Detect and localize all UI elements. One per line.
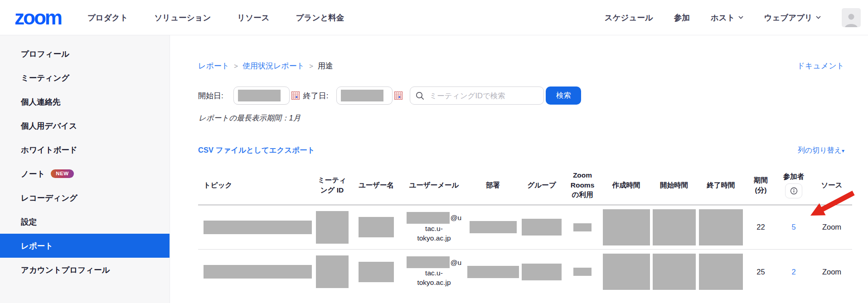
sidebar-item-profile[interactable]: プロフィール: [0, 42, 170, 66]
cell-user-email: @u tac.u- tokyo.ac.jp: [401, 212, 467, 243]
participants-count-link[interactable]: 5: [791, 223, 795, 231]
calendar-icon[interactable]: [291, 91, 300, 100]
usage-report-table: トピック ミーティング ID ユーザー名 ユーザーメール 部署 グループ Zoo…: [198, 165, 852, 294]
col-header-topic: トピック: [198, 180, 313, 190]
cell-end-time: [696, 209, 746, 245]
sidebar-item-contacts[interactable]: 個人連絡先: [0, 90, 170, 114]
cell-user-name: [351, 262, 401, 282]
col-header-participants: 参加者: [776, 172, 811, 199]
breadcrumb-separator: >: [309, 62, 313, 70]
chevron-down-icon: [738, 16, 743, 19]
start-date-input[interactable]: [233, 87, 290, 105]
cell-user-name: [351, 217, 401, 237]
sidebar-item-reports[interactable]: レポート: [0, 234, 170, 258]
cell-start-time: [652, 209, 696, 245]
cell-start-time: [652, 254, 696, 290]
sidebar-item-meetings[interactable]: ミーティング: [0, 66, 170, 90]
user-email: @u tac.u- tokyo.ac.jp: [407, 212, 461, 243]
nav-plans-pricing[interactable]: プランと料金: [296, 12, 344, 23]
search-button[interactable]: 検索: [546, 87, 581, 105]
sidebar-item-settings[interactable]: 設定: [0, 210, 170, 234]
end-date-label: 終了日:: [303, 91, 329, 101]
cell-participants: 2: [776, 268, 811, 276]
redacted-creation-time: [603, 209, 650, 245]
main-content: レポート > 使用状況レポート > 用途 ドキュメント 開始日: 終了日:: [170, 35, 868, 303]
breadcrumb-separator: >: [234, 62, 238, 70]
nav-join[interactable]: 参加: [674, 12, 690, 23]
caret-down-icon: ▾: [842, 148, 844, 154]
person-icon: [844, 12, 859, 27]
start-date-label: 開始日:: [198, 91, 223, 101]
sidebar-item-recordings[interactable]: レコーディング: [0, 186, 170, 210]
sidebar-item-devices[interactable]: 個人用デバイス: [0, 114, 170, 138]
redacted-start-time: [653, 209, 696, 245]
breadcrumb-usage-reports[interactable]: 使用状況レポート: [242, 61, 305, 71]
sidebar-item-notes[interactable]: ノート NEW: [0, 162, 170, 186]
redacted-start-time: [653, 254, 696, 290]
nav-host[interactable]: ホスト: [711, 12, 743, 23]
filter-row: 開始日: 終了日:: [198, 87, 868, 105]
nav-schedule[interactable]: スケジュール: [605, 12, 653, 23]
cell-end-time: [696, 254, 746, 290]
cell-department: [467, 266, 519, 278]
redacted-user-name: [359, 217, 394, 237]
redacted-group: [522, 219, 562, 236]
nav-products[interactable]: プロダクト: [87, 12, 128, 23]
table-row: @u tac.u- tokyo.ac.jp 22 5 Zoom: [198, 205, 852, 250]
user-avatar[interactable]: [842, 8, 861, 27]
calendar-icon[interactable]: [394, 91, 402, 100]
redacted-end-time: [699, 254, 743, 290]
nav-solutions[interactable]: ソリューション: [154, 12, 211, 23]
navbar-right-links: スケジュール 参加 ホスト ウェブアプリ: [605, 8, 861, 27]
cell-meeting-id: [313, 211, 351, 244]
cell-creation-time: [601, 209, 652, 245]
chevron-down-icon: [816, 16, 821, 19]
redacted-meeting-id: [316, 211, 349, 244]
top-navbar: zoom プロダクト ソリューション リソース プランと料金 スケジュール 参加…: [0, 0, 868, 35]
breadcrumb-reports[interactable]: レポート: [198, 61, 229, 71]
info-icon: [790, 187, 798, 195]
user-email: @u tac.u- tokyo.ac.jp: [407, 256, 461, 287]
cell-meeting-id: [313, 255, 351, 288]
redacted-end-time: [699, 209, 743, 245]
col-header-end-time: 終了時間: [696, 180, 746, 190]
search-input[interactable]: [428, 91, 539, 101]
toggle-columns-link[interactable]: 列の切り替え▾: [798, 146, 844, 155]
cell-participants: 5: [776, 223, 811, 231]
export-csv-link[interactable]: CSV ファイルとしてエクスポート: [198, 145, 315, 155]
table-row: @u tac.u- tokyo.ac.jp 25 2 Zoom: [198, 250, 852, 294]
sidebar: プロフィール ミーティング 個人連絡先 個人用デバイス ホワイトボード ノート …: [0, 35, 170, 303]
redacted-group: [522, 264, 562, 280]
redacted-meeting-id: [316, 255, 349, 288]
cell-duration: 25: [746, 268, 776, 276]
participants-count-link[interactable]: 2: [791, 268, 795, 276]
cell-group: [519, 264, 564, 280]
documentation-link[interactable]: ドキュメント: [797, 61, 844, 71]
participants-info-button[interactable]: [785, 183, 802, 198]
cell-zoom-rooms: [564, 268, 601, 276]
nav-resources[interactable]: リソース: [237, 12, 269, 23]
col-header-user-email: ユーザーメール: [401, 180, 467, 190]
col-header-creation-time: 作成時間: [601, 180, 652, 190]
sidebar-item-account-profile[interactable]: アカウントプロフィール: [0, 258, 170, 282]
redacted-zoom-rooms: [573, 223, 592, 231]
redacted-email-local: [407, 256, 450, 268]
col-header-group: グループ: [519, 180, 564, 190]
cell-topic: [198, 221, 313, 234]
cell-duration: 22: [746, 223, 776, 231]
col-header-user-name: ユーザー名: [351, 180, 401, 190]
redacted-user-name: [359, 262, 394, 282]
end-date-input[interactable]: [336, 87, 393, 105]
table-header-row: トピック ミーティング ID ユーザー名 ユーザーメール 部署 グループ Zoo…: [198, 165, 852, 205]
redacted-zoom-rooms: [573, 268, 592, 276]
cell-creation-time: [601, 254, 652, 290]
cell-topic: [198, 265, 313, 279]
col-header-meeting-id: ミーティング ID: [313, 175, 351, 195]
meeting-id-search-box[interactable]: [410, 87, 544, 105]
sidebar-item-whiteboard[interactable]: ホワイトボード: [0, 138, 170, 162]
col-header-start-time: 開始時間: [652, 180, 696, 190]
zoom-logo[interactable]: zoom: [15, 8, 61, 28]
col-header-zoom-rooms: Zoom Rooms の利用: [564, 170, 601, 200]
nav-webapp[interactable]: ウェブアプリ: [764, 12, 821, 23]
col-header-source: ソース: [811, 180, 852, 190]
